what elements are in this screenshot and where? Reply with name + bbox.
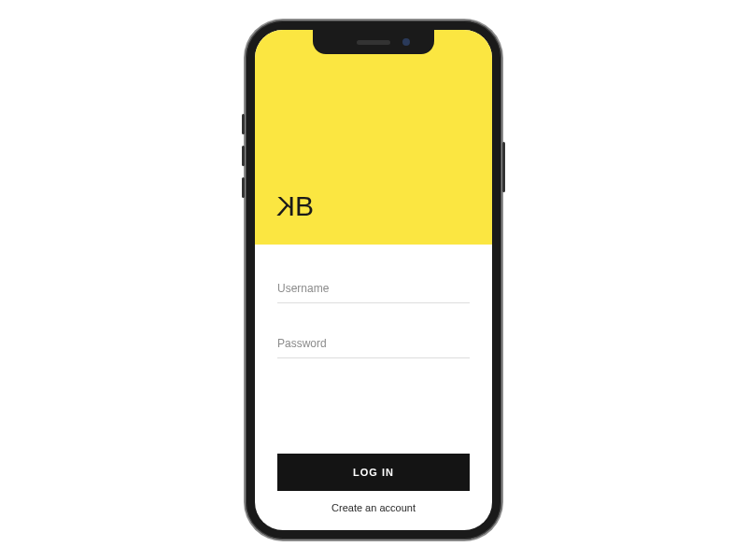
speaker-icon xyxy=(357,40,390,45)
phone-screen: KB LOG IN Create an account xyxy=(255,30,492,530)
login-form: LOG IN Create an account xyxy=(255,245,492,530)
front-camera-icon xyxy=(402,38,410,46)
create-account-link[interactable]: Create an account xyxy=(277,502,470,513)
login-button[interactable]: LOG IN xyxy=(277,454,470,491)
hero-panel: KB xyxy=(255,30,492,245)
app-logo: KB xyxy=(277,190,313,222)
phone-notch xyxy=(313,30,434,54)
phone-device-frame: KB LOG IN Create an account xyxy=(246,21,501,539)
username-field[interactable] xyxy=(277,271,470,303)
password-field[interactable] xyxy=(277,326,470,358)
